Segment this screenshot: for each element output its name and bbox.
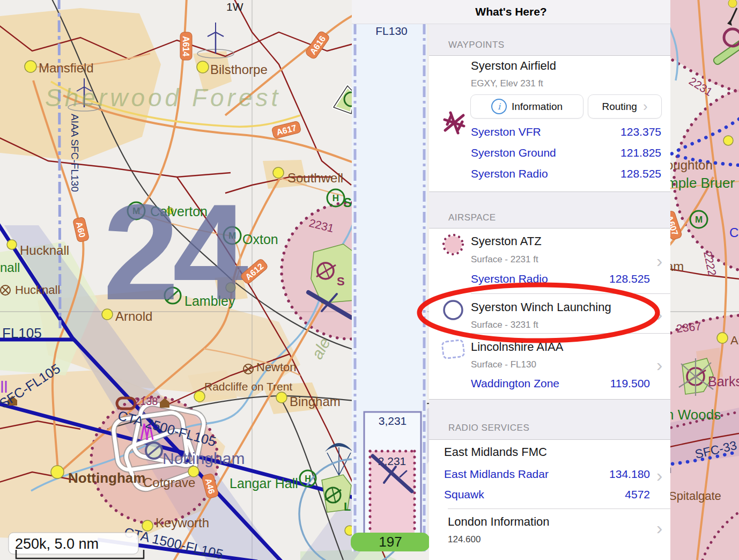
airspace-item-subtitle: Surface - FL130 xyxy=(471,359,536,370)
map-label: H xyxy=(305,474,311,483)
map-label: Spitalgate xyxy=(669,489,721,503)
info-icon: i xyxy=(491,99,507,114)
radio-service-title[interactable]: London Information xyxy=(448,515,550,529)
freq-value: 134.180 xyxy=(609,468,650,481)
winch-launch-site-icon xyxy=(442,110,467,135)
map-label: Newton xyxy=(256,360,297,374)
chevron-right-icon[interactable]: › xyxy=(656,254,662,267)
information-button[interactable]: i Information xyxy=(470,94,583,119)
airspace-item-title[interactable]: Lincolnshire AIAA xyxy=(471,340,563,354)
airspace-item-subtitle: Surface - 2231 ft xyxy=(471,254,538,265)
information-button-label: Information xyxy=(512,101,563,113)
chevron-right-icon[interactable]: › xyxy=(656,469,662,482)
map-label: mple Bruer xyxy=(667,175,735,191)
map-label: 1W xyxy=(226,1,243,13)
map-label: FL105 xyxy=(2,325,42,341)
chevron-right-icon: › xyxy=(643,98,648,115)
map-label: 2138 xyxy=(134,395,158,407)
map-label: S xyxy=(337,275,345,288)
map-label: nall xyxy=(0,260,20,275)
scale-label: 250k, 5.0 nm xyxy=(15,536,99,552)
freq-name[interactable]: Syerston Radio xyxy=(471,167,548,180)
map-label: Cotgrave xyxy=(143,475,195,490)
airspace-item-title[interactable]: Syerston Winch Launching xyxy=(471,300,611,314)
airspace-profile-strip[interactable]: FL130 3,231 2,231 197 xyxy=(349,24,432,560)
airspace-item-title[interactable]: Syerston ATZ xyxy=(471,234,542,248)
chevron-right-icon[interactable]: › xyxy=(656,521,662,534)
map-label: H xyxy=(332,193,339,203)
map-label: Langar Hall xyxy=(230,476,298,491)
winch-zone-icon xyxy=(442,299,464,321)
map-label: Barks xyxy=(708,374,739,389)
map-label: Nottingham xyxy=(68,470,145,486)
map-label: Hucknall xyxy=(20,243,69,257)
svg-text:A614: A614 xyxy=(181,36,190,56)
map-label: Nottingham xyxy=(162,450,245,467)
whats-here-header: What's Here? xyxy=(352,0,670,24)
atz-zone-icon xyxy=(441,232,465,257)
freq-name[interactable]: Syerston Ground xyxy=(471,146,556,159)
section-radio-services: RADIO SERVICES xyxy=(448,423,529,433)
routing-button[interactable]: Routing › xyxy=(588,94,662,119)
page-title: What's Here? xyxy=(475,5,546,18)
map-label: AIAA SFC-FL130 xyxy=(69,114,80,192)
app-window: MansfieldBilsthorpeSouthwellHucknallHuck… xyxy=(0,0,739,560)
radio-service-frequency: 124.600 xyxy=(448,534,481,545)
row-separator xyxy=(471,333,670,334)
row-separator xyxy=(471,293,670,294)
freq-name[interactable]: East Midlands Radar xyxy=(444,468,549,481)
freq-value: 121.825 xyxy=(620,146,661,159)
profile-top-label: FL130 xyxy=(375,25,408,37)
winch-top-label: 3,231 xyxy=(379,415,407,427)
section-airspace: AIRSPACE xyxy=(448,212,496,223)
map-label: Southwell xyxy=(287,171,343,185)
map-label: oughton xyxy=(666,158,713,172)
map-label: n Woods xyxy=(666,407,721,423)
chevron-right-icon[interactable]: › xyxy=(656,358,662,371)
road-badge: A614 xyxy=(180,32,192,60)
map-label: Bilsthorpe xyxy=(210,62,268,77)
freq-name[interactable]: Squawk xyxy=(444,488,484,501)
row-separator xyxy=(448,509,670,509)
elevation-label: 197 xyxy=(379,534,402,550)
map-label: An xyxy=(730,334,739,347)
map-label: Radcliffe on Trent xyxy=(204,380,292,393)
map-label: 2367 xyxy=(676,320,702,335)
syerston-airfield-symbol xyxy=(311,244,354,303)
freq-value: 119.500 xyxy=(610,377,650,390)
waypoint-subtitle: EGXY, Elev 231 ft xyxy=(471,78,543,89)
freq-value: 128.525 xyxy=(609,272,650,285)
freq-value: 128.525 xyxy=(620,167,661,180)
freq-name[interactable]: Waddington Zone xyxy=(471,377,559,390)
whats-here-panel: WAYPOINTS Syerston Airfield EGXY, Elev 2… xyxy=(429,0,670,560)
section-waypoints: WAYPOINTS xyxy=(448,40,505,50)
map-label: Hucknall xyxy=(15,283,60,297)
map-label: M xyxy=(695,215,703,225)
map-label: 24 xyxy=(103,175,248,328)
chevron-right-icon[interactable]: › xyxy=(656,308,662,321)
airspace-item-subtitle: Surface - 3231 ft xyxy=(471,320,538,330)
map-label: C xyxy=(729,225,738,240)
map-label: Mansfield xyxy=(39,61,94,75)
radio-service-title: East Midlands FMC xyxy=(444,445,547,459)
freq-name[interactable]: Syerston Radio xyxy=(471,272,548,285)
freq-value: 123.375 xyxy=(620,126,661,138)
aiaa-zone-icon xyxy=(441,339,465,360)
map-label: Oxton xyxy=(242,232,278,247)
map-label: Keyworth xyxy=(156,515,209,530)
routing-button-label: Routing xyxy=(602,101,637,113)
map-label: Sherwood Forest xyxy=(45,84,281,112)
map-label: Bingham xyxy=(290,394,341,409)
freq-value: 4572 xyxy=(625,488,650,501)
aiaa-boundary-line xyxy=(59,0,60,328)
freq-name[interactable]: Syerston VFR xyxy=(471,126,541,138)
waypoint-title: Syerston Airfield xyxy=(471,59,556,73)
